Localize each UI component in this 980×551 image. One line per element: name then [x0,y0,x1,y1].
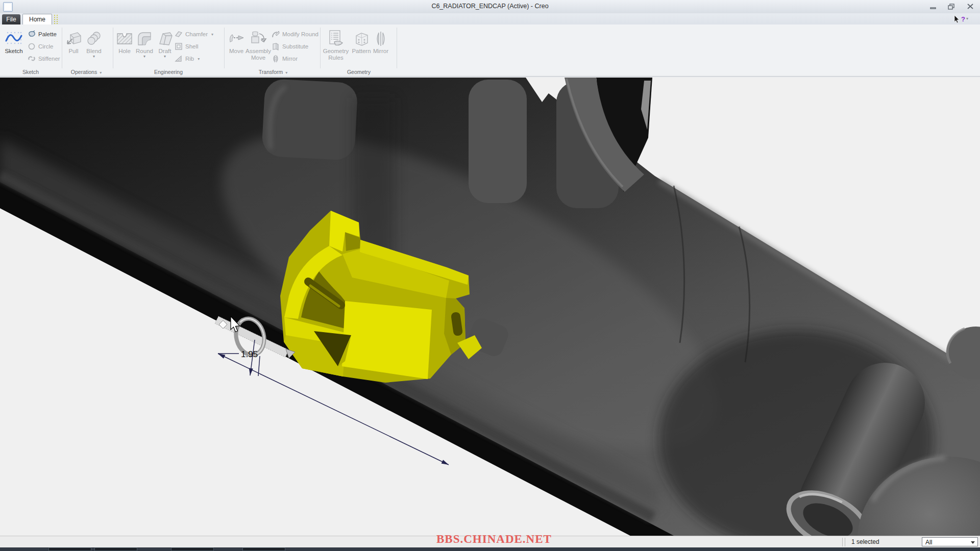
modify-round-icon [272,30,280,38]
stiffener-icon [28,55,36,63]
transform-caret-icon: ▾ [285,70,287,75]
group-separator [224,28,225,68]
pattern-button[interactable]: Pattern [351,27,372,55]
blend-caret-icon: ▾ [83,55,105,59]
help-caret-icon: ▾ [966,17,968,21]
minimize-icon [930,4,936,9]
rib-button[interactable]: Rib ▾ [175,53,200,64]
group-label-sketch: Sketch [9,69,52,75]
selection-count: 1 selected [851,538,879,545]
assembly-move-button[interactable]: Assembly Move [245,27,272,61]
selection-filter-dropdown[interactable]: All [922,537,978,546]
round-button[interactable]: Round ▾ [134,27,155,59]
model-canvas[interactable]: 1.95 [0,78,980,536]
restore-button[interactable] [946,3,957,10]
group-separator [397,28,397,68]
pull-icon [65,27,82,47]
sketch-button[interactable]: Sketch [2,27,26,55]
chamfer-caret-icon: ▾ [211,32,213,37]
close-icon [967,4,973,9]
context-help-button[interactable]: ? ▾ [953,13,978,24]
operations-caret-icon: ▾ [100,70,102,75]
move-button[interactable]: Move [227,27,246,55]
geometry-rules-button[interactable]: Geometry Rules [322,27,350,61]
taskbar-item [171,547,214,551]
mirror-transform-button[interactable]: Mirror [272,53,298,64]
pull-button[interactable]: Pull [63,27,84,55]
group-label-operations[interactable]: Operations ▾ [63,69,109,75]
geometry-rules-icon [327,27,345,47]
taskbar-item [94,547,137,551]
window-title: C6_RADIATOR_ENDCAP (Active) - Creo [0,3,980,10]
title-bar: C6_RADIATOR_ENDCAP (Active) - Creo [0,0,980,14]
modify-round-button[interactable]: Modify Round [272,29,318,40]
pattern-icon [353,27,370,47]
move-icon [228,27,245,47]
circle-button[interactable]: Circle [28,41,53,52]
substitute-button[interactable]: Substitute [272,41,308,52]
taskbar-item [242,547,285,551]
mirror-geometry-button[interactable]: Mirror [371,27,391,55]
ribbon-tab-row: File Home [0,13,980,24]
close-button[interactable] [965,3,976,10]
group-separator [320,28,321,68]
chamfer-icon [175,30,183,38]
help-cursor-icon [953,15,960,23]
help-question-glyph: ? [961,15,965,23]
draft-button[interactable]: Draft ▾ [155,27,175,59]
shell-icon [175,42,183,51]
group-separator [113,28,113,68]
hole-button[interactable]: Hole [114,27,135,55]
chamfer-button[interactable]: Chamfer ▾ [175,29,213,40]
minimize-button[interactable] [927,3,939,10]
tab-divider [54,15,58,24]
dropdown-caret-icon [971,541,975,544]
group-label-engineering: Engineering [147,69,190,75]
tab-home[interactable]: Home [22,14,52,25]
palette-button[interactable]: Palette [28,29,57,40]
stiffener-button[interactable]: Stiffener [28,53,60,64]
palette-icon [28,30,36,38]
group-label-transform[interactable]: Transform ▾ [250,69,296,75]
bottom-window-edge [0,547,980,551]
circle-icon [28,42,36,51]
round-caret-icon: ▾ [134,55,155,59]
substitute-icon [272,42,280,51]
draft-icon [156,27,174,47]
group-separator [62,28,62,68]
sketch-icon [5,27,22,47]
assembly-move-icon [250,27,267,47]
ribbon-home: Sketch Palette Circle Stiffener Sketch [0,24,980,77]
radiator-tank-model[interactable] [0,78,980,536]
group-label-geometry: Geometry [337,69,381,75]
statusbar-separator [842,538,845,546]
shell-button[interactable]: Shell [175,41,199,52]
rib-caret-icon: ▾ [198,57,200,61]
rib-icon [175,55,183,63]
dimension-value[interactable]: 1.95 [241,349,258,359]
3d-viewport[interactable]: 1.95 [0,78,980,536]
draft-caret-icon: ▾ [155,55,175,59]
blend-button[interactable]: Blend ▾ [83,27,105,59]
blend-icon [85,27,103,47]
hole-icon [116,27,133,47]
watermark-text: BBS.CHINADE.NET [436,533,552,546]
taskbar-item [48,547,91,551]
mirror-icon [272,55,280,63]
round-icon [136,27,153,47]
tab-file[interactable]: File [2,14,20,24]
mirror-geometry-icon [372,27,389,47]
restore-icon [948,4,955,10]
